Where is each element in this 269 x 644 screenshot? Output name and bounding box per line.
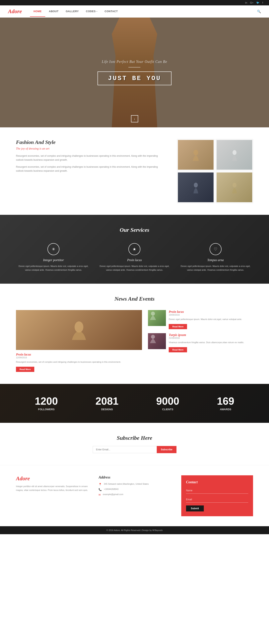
subscribe-form: Subscribe [93,446,177,453]
hero-content: Life Isnt Perfect But Your Outfit Can Be… [97,60,171,85]
news-item-read-more-1[interactable]: Read More [169,324,187,329]
nav-item-about[interactable]: ABOUT [45,6,62,17]
fashion-model-icon-2 [229,149,241,161]
footer-contact-block: Contact Submit [181,475,253,516]
down-arrow-icon: ↓ [134,117,135,120]
facebook-social-link[interactable]: f [262,1,263,4]
news-item-tag-1: Proin lacus [169,310,253,314]
stat-label-followers: Followers [35,408,58,411]
about-subtitle: The joy of dressing is an art [16,147,165,150]
about-para-1: Resurgent economies, set of complex and … [16,154,165,162]
nav-item-gallery[interactable]: GALLERY [62,6,82,17]
featured-news-date: 12/09/2016 [16,356,142,359]
hero-divider [128,67,140,68]
news-grid: Proin lacus 12/09/2016 Resurgent economi… [16,310,253,372]
stat-number-followers: 1200 [35,396,58,406]
news-thumb-2 [148,333,158,343]
featured-news-illustration [67,320,91,340]
news-item-2: Turpis ipsum 21/09/2016 Vivamus condimen… [148,333,253,352]
contact-submit-button[interactable]: Submit [186,506,204,512]
footer-contact-title: Contact [186,480,248,484]
news-item-image-1 [148,310,166,326]
footer-bottom: © 2016 Adore. All Rights Reserved | Desi… [0,526,269,534]
linkedin-social-link[interactable]: in [245,1,247,4]
nav-link-codes[interactable]: CODES - [82,6,101,16]
footer-address-phone: 📞 +18044268943 [98,488,173,491]
news-item-read-more-2[interactable]: Read More [169,347,187,352]
news-item-date-2: 21/09/2016 [169,337,253,339]
service-desc-1: Donec eget pellentesque ipsum. Mauris do… [16,264,91,272]
location-icon: 📍 [98,483,102,486]
footer-logo: Adore [16,475,90,482]
service-name-3: Tempus urna [178,258,253,262]
service-name-2: Proin lacus [97,258,172,262]
featured-news-tag: Proin lacus [16,353,142,356]
contact-name-input[interactable] [186,488,248,494]
subscribe-email-input[interactable] [93,446,157,453]
stat-clients: 9000 Clients [156,396,179,411]
service-item-2: ★ Proin lacus Donec eget pellentesque ip… [97,243,172,272]
svg-point-0 [193,150,198,155]
about-title: Fashion And Style [16,139,165,145]
nav-item-home[interactable]: HOME [30,6,45,17]
news-section-title: News And Events [16,296,253,302]
news-item-image-2 [148,333,166,349]
subscribe-title: Subscribe Here [16,435,253,441]
stat-designs: 2081 Designs [95,396,119,411]
footer-brand-block: Adore Integer porttitor elit sit amet ul… [16,475,90,516]
service-desc-3: Donec eget pellentesque ipsum. Mauris do… [178,264,253,272]
email-icon: ✉ [98,493,101,496]
about-para-2: Resurgent economies, set of complex and … [16,165,165,173]
stat-label-awards: Awards [217,408,234,411]
news-sidebar: Proin lacus 19/09/2016 Donec eget pellen… [148,310,253,372]
stat-number-awards: 169 [217,396,234,406]
news-item-content-1: Proin lacus 19/09/2016 Donec eget pellen… [169,310,253,329]
footer-address-block: Address 📍 345 Setwant natrer,Washington,… [98,475,173,516]
email-text: example@gmail.com [103,493,123,496]
news-item-1: Proin lacus 19/09/2016 Donec eget pellen… [148,310,253,329]
hero-subtitle: Life Isnt Perfect But Your Outfit Can Be [97,60,171,64]
scroll-down-button[interactable]: ↓ [131,115,138,122]
topbar: in G+ 🐦 f [0,0,269,6]
subscribe-button[interactable]: Subscribe [157,446,176,453]
stat-followers: 1200 Followers [35,396,58,411]
nav-item-contact[interactable]: CONTACT [101,6,121,17]
svg-point-1 [233,150,237,155]
search-icon[interactable]: 🔍 [257,10,261,14]
about-image-1 [177,139,214,170]
contact-email-input[interactable] [186,496,248,503]
nav-link-about[interactable]: ABOUT [45,6,62,16]
googleplus-social-link[interactable]: G+ [250,1,254,4]
news-item-excerpt-1: Donec eget pellentesque ipsum. Mauris do… [169,318,253,321]
news-thumb-1 [148,310,158,320]
site-logo[interactable]: Adore [8,6,22,17]
nav-link-home[interactable]: HOME [30,6,45,17]
svg-point-2 [194,183,198,188]
news-item-content-2: Turpis ipsum 21/09/2016 Vivamus condimen… [169,333,253,352]
address-text: 345 Setwant natrer,Washington, United St… [104,483,149,485]
service-name-1: Integer porttitor [16,258,91,262]
about-image-grid [177,139,253,203]
news-item-excerpt-2: Vivamus condimentum fringilla varius. Du… [169,341,253,344]
footer: Adore Integer porttitor elit sit amet ul… [0,465,269,526]
service-desc-2: Donec eget pellentesque ipsum. Mauris do… [97,264,172,272]
nav-item-codes[interactable]: CODES - [82,6,101,17]
subscribe-section: Subscribe Here Subscribe [0,423,269,465]
twitter-social-link[interactable]: 🐦 [256,1,260,4]
featured-read-more-button[interactable]: Read More [16,367,34,372]
stat-label-designs: Designs [95,408,119,411]
services-grid: ✳ Integer porttitor Donec eget pellentes… [16,243,253,272]
about-image-3 [177,172,214,203]
news-item-tag-2: Turpis ipsum [169,333,253,337]
footer-copyright-text: © 2016 Adore. All Rights Reserved | Desi… [106,529,163,532]
news-featured: Proin lacus 12/09/2016 Resurgent economi… [16,310,142,372]
stat-number-designs: 2081 [95,396,119,406]
fashion-model-icon-1 [190,149,202,161]
featured-news-excerpt: Resurgent economies, set of complex and … [16,360,142,364]
service-icon-2: ★ [128,243,140,255]
navbar: Adore HOME ABOUT GALLERY CODES - CONTACT… [0,6,269,18]
about-section: Fashion And Style The joy of dressing is… [0,127,269,215]
nav-link-contact[interactable]: CONTACT [101,6,121,16]
svg-point-3 [233,183,237,188]
nav-link-gallery[interactable]: GALLERY [62,6,82,16]
